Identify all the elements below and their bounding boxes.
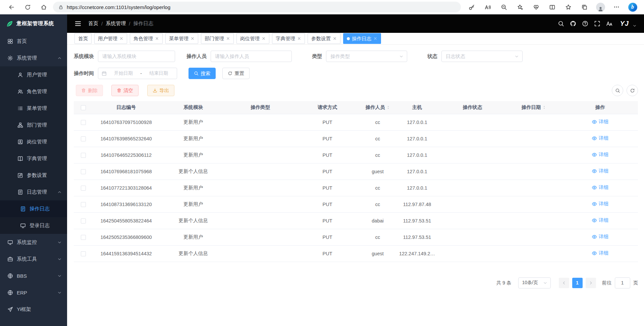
github-button[interactable] bbox=[570, 20, 576, 27]
detail-link[interactable]: 详细 bbox=[592, 250, 608, 256]
goto-page-input[interactable] bbox=[615, 277, 630, 288]
browser-refresh-button[interactable] bbox=[19, 1, 36, 13]
row-checkbox[interactable] bbox=[81, 202, 86, 207]
profile-button[interactable] bbox=[592, 1, 608, 13]
tab-menu-management[interactable]: 菜单管理 bbox=[165, 33, 198, 44]
tab-role-management[interactable]: 角色管理 bbox=[130, 33, 163, 44]
sidebar-collapse-button[interactable] bbox=[74, 20, 82, 27]
prev-page-button[interactable] bbox=[559, 278, 569, 288]
detail-link[interactable]: 详细 bbox=[592, 135, 608, 141]
sidebar-item-role-management[interactable]: 角色管理 bbox=[0, 83, 67, 100]
tab-close-icon[interactable] bbox=[119, 37, 123, 41]
refresh-table-button[interactable] bbox=[627, 85, 638, 96]
address-bar[interactable]: https://ccnetcore.com:1101/system/log/op… bbox=[53, 2, 461, 12]
row-checkbox[interactable] bbox=[81, 153, 86, 158]
detail-link[interactable]: 详细 bbox=[592, 119, 608, 125]
browser-home-button[interactable] bbox=[36, 1, 52, 13]
browser-menu-button[interactable] bbox=[608, 1, 625, 13]
browser-back-button[interactable] bbox=[3, 1, 19, 13]
sidebar-item-user-management[interactable]: 用户管理 bbox=[0, 66, 67, 83]
add-favorite-button[interactable] bbox=[512, 1, 528, 13]
detail-link[interactable]: 详细 bbox=[592, 168, 608, 174]
current-page-button[interactable]: 1 bbox=[572, 278, 583, 288]
row-checkbox[interactable] bbox=[81, 136, 86, 141]
sidebar-item-dict-management[interactable]: 字典管理 bbox=[0, 150, 67, 167]
detail-link[interactable]: 详细 bbox=[592, 151, 608, 158]
row-checkbox[interactable] bbox=[81, 251, 86, 256]
zoom-button[interactable] bbox=[496, 1, 512, 13]
sidebar-item-erp[interactable]: ERP bbox=[0, 284, 67, 301]
tab-close-icon[interactable] bbox=[262, 37, 266, 41]
next-page-button[interactable] bbox=[586, 278, 596, 288]
date-range-picker[interactable]: 开始日期 - 结束日期 bbox=[98, 68, 177, 79]
font-size-button[interactable] bbox=[606, 20, 612, 27]
tab-close-icon[interactable] bbox=[373, 37, 377, 41]
column-host[interactable]: 主机 bbox=[394, 101, 440, 114]
sidebar-item-system-monitor[interactable]: 系统监控 bbox=[0, 234, 67, 251]
detail-link[interactable]: 详细 bbox=[592, 234, 608, 240]
operator-input[interactable] bbox=[211, 51, 292, 62]
status-select[interactable]: 日志状态 bbox=[441, 51, 523, 62]
favorites-button[interactable] bbox=[560, 1, 576, 13]
sidebar-item-system-management[interactable]: 系统管理 bbox=[0, 50, 67, 66]
column-log-id[interactable]: 日志编号 bbox=[93, 101, 160, 114]
column-actions[interactable]: 操作 bbox=[562, 101, 638, 114]
tab-operation-log[interactable]: 操作日志 bbox=[343, 33, 381, 44]
tab-user-management[interactable]: 用户管理 bbox=[94, 33, 127, 44]
collections-button[interactable] bbox=[576, 1, 592, 13]
sidebar-item-system-tools[interactable]: 系统工具 bbox=[0, 251, 67, 267]
row-checkbox[interactable] bbox=[81, 169, 86, 174]
header-search-button[interactable] bbox=[558, 20, 564, 27]
split-screen-button[interactable] bbox=[544, 1, 560, 13]
password-manager-button[interactable] bbox=[464, 1, 480, 13]
sidebar-item-log-management[interactable]: 日志管理 bbox=[0, 184, 67, 200]
user-avatar[interactable]: YJ bbox=[620, 20, 629, 27]
detail-link[interactable]: 详细 bbox=[592, 217, 608, 223]
tab-param-settings[interactable]: 参数设置 bbox=[308, 33, 340, 44]
search-button[interactable]: 搜索 bbox=[189, 68, 216, 79]
clear-button[interactable]: 清空 bbox=[111, 85, 139, 96]
sort-icon[interactable] bbox=[542, 105, 546, 110]
row-checkbox[interactable] bbox=[81, 186, 86, 191]
browser-essentials-button[interactable] bbox=[528, 1, 544, 13]
tab-close-icon[interactable] bbox=[333, 37, 337, 41]
row-checkbox[interactable] bbox=[81, 218, 86, 223]
column-method[interactable]: 请求方式 bbox=[294, 101, 361, 114]
column-op-status[interactable]: 操作状态 bbox=[440, 101, 505, 114]
sidebar-item-bbs[interactable]: BBS bbox=[0, 267, 67, 284]
tab-close-icon[interactable] bbox=[191, 37, 195, 41]
sidebar-item-operation-log[interactable]: 操作日志 bbox=[0, 200, 67, 217]
column-module[interactable]: 系统模块 bbox=[160, 101, 227, 114]
user-menu-caret[interactable] bbox=[633, 24, 637, 28]
tab-close-icon[interactable] bbox=[155, 37, 159, 41]
bing-chat-button[interactable] bbox=[625, 1, 641, 13]
breadcrumb-system-management[interactable]: 系统管理 bbox=[106, 20, 126, 27]
fullscreen-button[interactable] bbox=[594, 20, 600, 27]
column-operator[interactable]: 操作人员 bbox=[361, 101, 394, 114]
type-select[interactable]: 操作类型 bbox=[326, 51, 407, 62]
sidebar-item-menu-management[interactable]: 菜单管理 bbox=[0, 100, 67, 117]
row-checkbox[interactable] bbox=[81, 235, 86, 240]
delete-button[interactable]: 删除 bbox=[76, 85, 103, 96]
detail-link[interactable]: 详细 bbox=[592, 184, 608, 191]
select-all-checkbox[interactable] bbox=[81, 105, 86, 110]
breadcrumb-operation-log[interactable]: 操作日志 bbox=[133, 20, 153, 27]
reset-button[interactable]: 重置 bbox=[222, 68, 250, 79]
sidebar-item-yi-framework[interactable]: Yi框架 bbox=[0, 301, 67, 318]
read-aloud-button[interactable] bbox=[480, 1, 496, 13]
tab-close-icon[interactable] bbox=[297, 37, 301, 41]
module-input[interactable] bbox=[98, 51, 175, 62]
export-button[interactable]: 导出 bbox=[147, 85, 174, 96]
tab-post-management[interactable]: 岗位管理 bbox=[236, 33, 269, 44]
help-button[interactable] bbox=[582, 20, 588, 27]
sidebar-item-post-management[interactable]: 岗位管理 bbox=[0, 133, 67, 150]
sort-icon[interactable] bbox=[386, 105, 390, 110]
sidebar-item-login-log[interactable]: 登录日志 bbox=[0, 217, 67, 234]
tab-close-icon[interactable] bbox=[226, 37, 230, 41]
breadcrumb-home[interactable]: 首页 bbox=[88, 20, 98, 27]
tab-dict-management[interactable]: 字典管理 bbox=[272, 33, 305, 44]
detail-link[interactable]: 详细 bbox=[592, 201, 608, 207]
column-op-type[interactable]: 操作类型 bbox=[227, 101, 294, 114]
tab-dept-management[interactable]: 部门管理 bbox=[201, 33, 234, 44]
sidebar-item-param-settings[interactable]: 参数设置 bbox=[0, 167, 67, 184]
